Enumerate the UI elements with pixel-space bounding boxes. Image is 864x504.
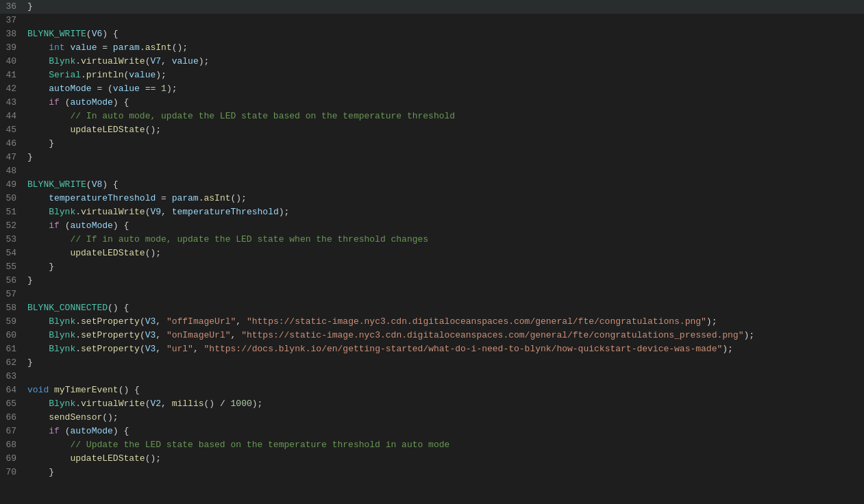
- token: [27, 426, 49, 436]
- code-line: 39 int value = param.asInt();: [0, 41, 864, 55]
- token: ) {: [113, 426, 129, 436]
- token: .: [81, 70, 86, 80]
- token: ();: [145, 248, 161, 258]
- line-number: 62: [0, 356, 25, 370]
- line-content: void myTimerEvent() {: [25, 383, 864, 397]
- token: ();: [145, 453, 161, 464]
- token: (: [60, 220, 71, 231]
- token: .: [75, 207, 81, 217]
- code-line: 53 // If in auto mode, update the LED st…: [0, 233, 864, 247]
- token: [27, 220, 49, 231]
- line-content: autoMode = (value == 1);: [25, 82, 864, 96]
- code-editor: 36}37 38BLYNK_WRITE(V6) {39 int value = …: [0, 0, 864, 504]
- line-content: int value = param.asInt();: [25, 41, 864, 55]
- token: [27, 42, 49, 53]
- line-content: BLYNK_WRITE(V6) {: [25, 27, 864, 41]
- token: "https://static-image.nyc3.cdn.digitaloc…: [247, 316, 706, 327]
- token: ,: [161, 207, 172, 217]
- line-content: }: [25, 0, 864, 14]
- code-line: 51 Blynk.virtualWrite(V9, temperatureThr…: [0, 205, 864, 219]
- line-number: 65: [0, 397, 25, 411]
- token: ,: [156, 344, 166, 354]
- token: myTimerEvent: [54, 385, 119, 395]
- code-line: 43 if (autoMode) {: [0, 96, 864, 110]
- code-line: 70 }: [0, 466, 864, 479]
- token: .: [75, 330, 81, 340]
- line-number: 50: [0, 192, 25, 205]
- token: Blynk: [49, 399, 75, 409]
- token: .: [75, 399, 81, 409]
- line-content: Serial.println(value);: [25, 68, 864, 82]
- line-content: temperatureThreshold = param.asInt();: [25, 192, 864, 205]
- token: (: [140, 344, 145, 354]
- line-content: updateLEDState();: [25, 247, 864, 260]
- line-content: }: [25, 356, 864, 370]
- token: [27, 344, 49, 354]
- line-number: 63: [0, 370, 25, 383]
- token: BLYNK_CONNECTED: [27, 303, 108, 313]
- token: ==: [140, 84, 161, 94]
- line-content: Blynk.setProperty(V3, "onImageUrl", "htt…: [25, 329, 864, 342]
- token: if: [49, 426, 60, 436]
- token: () {: [108, 303, 129, 313]
- code-line: 59 Blynk.setProperty(V3, "offImageUrl", …: [0, 315, 864, 329]
- token: [27, 399, 49, 409]
- token: .: [140, 42, 145, 53]
- token: [27, 440, 70, 450]
- token: int: [49, 42, 64, 53]
- token: "https://docs.blynk.io/en/getting-starte…: [204, 344, 723, 354]
- line-content: [25, 14, 864, 27]
- token: [49, 385, 54, 395]
- token: param: [172, 193, 199, 203]
- token: [27, 453, 70, 464]
- token: 1000: [231, 399, 252, 409]
- line-content: }: [25, 260, 864, 274]
- line-number: 46: [0, 137, 25, 151]
- code-line: 52 if (autoMode) {: [0, 219, 864, 233]
- line-content: BLYNK_WRITE(V8) {: [25, 178, 864, 192]
- line-number: 69: [0, 452, 25, 466]
- token: V3: [145, 330, 156, 340]
- line-content: Blynk.virtualWrite(V2, millis() / 1000);: [25, 397, 864, 411]
- token: Blynk: [49, 330, 75, 340]
- code-line: 36}: [0, 0, 864, 14]
- code-line: 68 // Update the LED state based on the …: [0, 438, 864, 452]
- token: virtualWrite: [81, 207, 145, 217]
- code-line: 42 autoMode = (value == 1);: [0, 82, 864, 96]
- token: V3: [145, 344, 156, 354]
- line-number: 66: [0, 411, 25, 425]
- token: Blynk: [49, 56, 75, 66]
- token: // Update the LED state based on the tem…: [70, 440, 449, 450]
- token: [27, 207, 49, 217]
- line-number: 68: [0, 438, 25, 452]
- token: ): [252, 399, 258, 409]
- token: virtualWrite: [81, 56, 145, 66]
- line-number: 36: [0, 0, 25, 14]
- token: autoMode: [70, 220, 112, 231]
- line-content: [25, 370, 864, 383]
- code-line: 58BLYNK_CONNECTED() {: [0, 301, 864, 315]
- line-number: 39: [0, 41, 25, 55]
- code-line: 56}: [0, 274, 864, 288]
- token: V6: [92, 29, 103, 39]
- line-number: 38: [0, 27, 25, 41]
- token: ) {: [113, 220, 129, 231]
- code-line: 37: [0, 14, 864, 27]
- line-number: 58: [0, 301, 25, 315]
- line-content: if (autoMode) {: [25, 425, 864, 438]
- token: }: [49, 138, 54, 149]
- token: ();: [102, 412, 118, 423]
- token: }: [27, 1, 33, 12]
- token: 1: [161, 84, 166, 94]
- line-content: sendSensor();: [25, 411, 864, 425]
- token: ,: [231, 330, 242, 340]
- line-content: updateLEDState();: [25, 452, 864, 466]
- line-number: 49: [0, 178, 25, 192]
- token: {: [108, 29, 119, 39]
- token: [27, 330, 49, 340]
- line-number: 45: [0, 123, 25, 137]
- line-number: 57: [0, 288, 25, 301]
- token: value: [113, 84, 140, 94]
- token: value: [129, 70, 156, 80]
- token: (: [86, 29, 92, 39]
